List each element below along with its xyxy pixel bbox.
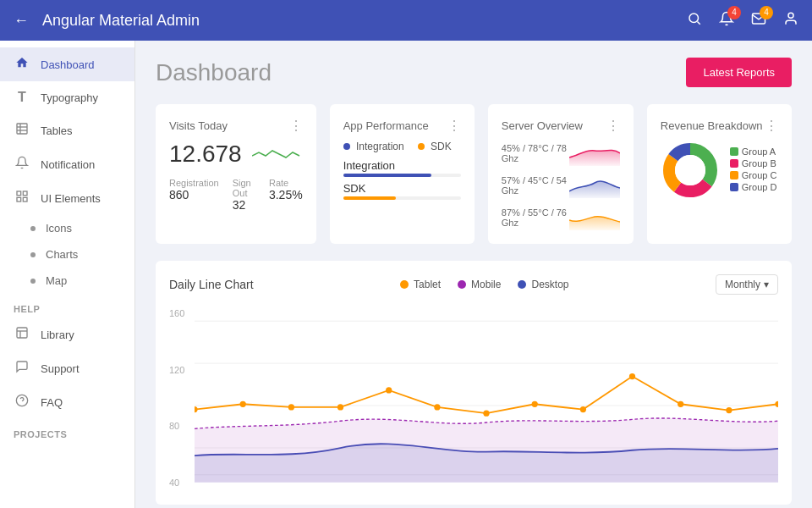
performance-card-header: App Performance ⋮ <box>343 118 461 134</box>
visits-wave <box>252 144 303 164</box>
sidebar-label-notification: Notification <box>41 158 95 171</box>
monthly-dropdown[interactable]: Monthly ▾ <box>716 274 778 295</box>
revenue-title: Revenue Breakdown <box>661 119 763 132</box>
tablet-dot <box>400 280 409 289</box>
server-label-1: 45% / 78°C / 78 Ghz <box>502 143 569 163</box>
mail-badge: 4 <box>760 6 773 19</box>
notifications-icon[interactable]: 4 <box>719 11 734 30</box>
group-d-label: Group D <box>742 182 777 192</box>
visits-registration: Registration 860 <box>169 178 219 212</box>
visits-number-row: 12.678 <box>169 141 303 168</box>
sidebar-item-support[interactable]: Support <box>0 351 134 385</box>
dot-icon <box>30 226 36 231</box>
server-sparkline-2 <box>569 173 620 198</box>
sidebar-label-typography: Typography <box>41 91 98 104</box>
revenue-menu[interactable]: ⋮ <box>765 118 778 134</box>
sidebar-item-dashboard[interactable]: Dashboard <box>0 47 134 81</box>
svg-point-0 <box>689 14 699 23</box>
rate-label: Rate <box>269 178 303 188</box>
signout-value: 32 <box>233 198 246 212</box>
performance-title: App Performance <box>343 119 429 132</box>
chart-title: Daily Line Chart <box>169 278 254 291</box>
revenue-content: Group A Group B Group C Group D <box>661 141 778 200</box>
group-a-label: Group A <box>742 146 776 157</box>
svg-rect-8 <box>23 191 27 196</box>
account-icon[interactable] <box>783 11 798 30</box>
sidebar-item-library[interactable]: Library <box>0 318 134 351</box>
legend-desktop: Desktop <box>518 279 568 290</box>
y-label-40: 40 <box>169 478 195 488</box>
svg-point-27 <box>240 401 246 407</box>
topbar-right: 4 4 <box>687 11 798 30</box>
sidebar-item-faq[interactable]: FAQ <box>0 385 134 419</box>
visits-number: 12.678 <box>169 141 242 168</box>
server-row-1: 45% / 78°C / 78 Ghz <box>502 141 620 166</box>
server-sparkline-3 <box>569 205 620 230</box>
notification-icon <box>14 156 30 173</box>
desktop-label: Desktop <box>531 279 568 290</box>
sidebar-label-support: Support <box>41 362 80 375</box>
svg-point-33 <box>532 401 538 407</box>
sdk-bar-track <box>343 196 461 200</box>
svg-point-34 <box>580 406 586 412</box>
svg-point-30 <box>386 387 392 393</box>
mobile-label: Mobile <box>471 279 501 290</box>
server-card: Server Overview ⋮ 45% / 78°C / 78 Ghz <box>488 104 634 244</box>
tablet-label: Tablet <box>414 279 441 290</box>
notifications-badge: 4 <box>727 6 741 19</box>
legend-tablet: Tablet <box>400 279 441 290</box>
svg-point-36 <box>678 401 683 407</box>
sdk-bar-label: SDK <box>343 182 461 195</box>
svg-rect-9 <box>17 197 21 202</box>
server-label-2: 57% / 45°C / 54 Ghz <box>502 175 569 196</box>
svg-rect-7 <box>17 191 21 196</box>
mail-icon[interactable]: 4 <box>751 11 766 30</box>
server-row-2: 57% / 45°C / 54 Ghz <box>502 173 620 198</box>
legend-group-d: Group D <box>730 182 777 192</box>
server-menu[interactable]: ⋮ <box>606 118 620 134</box>
back-button[interactable]: ← <box>14 12 29 30</box>
sidebar-sub-item-charts[interactable]: Charts <box>0 241 134 268</box>
signout-label: Sign Out <box>233 178 255 198</box>
svg-point-29 <box>337 404 343 410</box>
sidebar-item-ui-elements[interactable]: UI Elements <box>0 181 134 215</box>
group-c-label: Group C <box>742 170 777 180</box>
sidebar-label-library: Library <box>41 329 74 341</box>
integration-bar-fill <box>343 174 431 177</box>
sidebar-item-tables[interactable]: Tables <box>0 113 134 147</box>
perf-legend: Integration SDK <box>343 141 461 152</box>
svg-point-26 <box>195 406 198 412</box>
sidebar-sub-label-charts: Charts <box>46 248 78 261</box>
library-icon <box>14 326 30 343</box>
sidebar-label-tables: Tables <box>41 124 73 137</box>
sidebar-label-ui-elements: UI Elements <box>41 192 101 205</box>
monthly-label: Monthly <box>725 279 760 290</box>
sdk-dot <box>418 143 425 150</box>
sidebar-item-notification[interactable]: Notification <box>0 147 134 181</box>
svg-line-1 <box>697 21 700 24</box>
legend-group-c: Group C <box>730 170 777 180</box>
sidebar-item-typography[interactable]: T Typography <box>0 81 134 113</box>
sidebar-sub-item-icons[interactable]: Icons <box>0 215 134 241</box>
performance-menu[interactable]: ⋮ <box>447 118 461 134</box>
sdk-bar-fill <box>343 196 397 200</box>
line-chart-card: Daily Line Chart Tablet Mobile Desktop <box>156 261 792 505</box>
group-c-color <box>730 171 738 179</box>
search-icon[interactable] <box>687 11 702 30</box>
sidebar-sub-item-map[interactable]: Map <box>0 268 134 294</box>
legend-group-b: Group B <box>730 158 777 168</box>
svg-point-31 <box>434 404 440 410</box>
visits-signout: Sign Out 32 <box>233 178 255 212</box>
visits-menu[interactable]: ⋮ <box>289 118 303 134</box>
visits-rate: Rate 3.25% <box>269 178 303 212</box>
svg-rect-10 <box>23 197 27 202</box>
group-b-label: Group B <box>742 158 776 168</box>
main-content: Dashboard Latest Reports Visits Today ⋮ … <box>135 41 812 508</box>
latest-reports-button[interactable]: Latest Reports <box>686 58 792 87</box>
perf-bars: Integration SDK <box>343 159 461 200</box>
svg-point-35 <box>629 373 635 379</box>
svg-point-37 <box>726 407 732 413</box>
typography-icon: T <box>14 90 30 105</box>
y-labels: 160 120 80 40 <box>169 305 195 491</box>
visits-title: Visits Today <box>169 119 228 132</box>
